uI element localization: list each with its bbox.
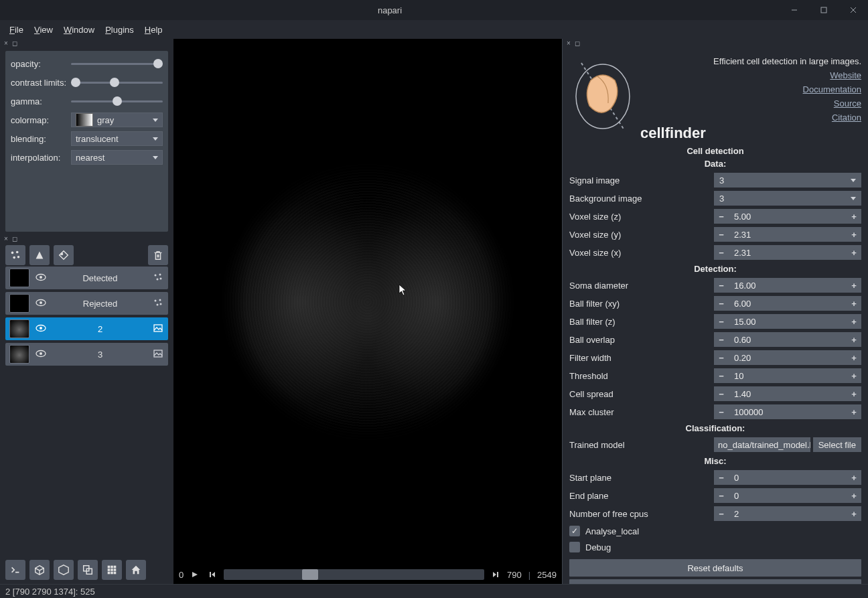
contrast-slider[interactable] — [71, 77, 163, 88]
maximize-button[interactable] — [809, 0, 839, 20]
layer-row-detected[interactable]: Detected — [5, 267, 168, 289]
minus-icon[interactable]: − — [714, 491, 729, 501]
blending-combo[interactable]: translucent — [71, 131, 163, 146]
plus-icon[interactable]: + — [847, 389, 861, 399]
roll-dims-button[interactable] — [29, 560, 50, 580]
plus-icon[interactable]: + — [847, 281, 861, 291]
home-button[interactable] — [126, 560, 146, 580]
ball-z-spin[interactable]: −15.00+ — [714, 314, 861, 329]
max-cluster-spin[interactable]: −100000+ — [714, 404, 861, 419]
plus-icon[interactable]: + — [847, 299, 861, 309]
dims-slider[interactable] — [224, 569, 484, 580]
link-documentation[interactable]: Documentation — [803, 84, 861, 94]
minus-icon[interactable]: − — [714, 248, 729, 258]
minus-icon[interactable]: − — [714, 335, 729, 345]
plus-icon[interactable]: + — [847, 212, 861, 222]
close-button[interactable] — [839, 0, 868, 20]
ball-xy-spin[interactable]: −6.00+ — [714, 296, 861, 311]
plus-icon[interactable]: + — [847, 353, 861, 363]
dock-close-icon[interactable]: × — [4, 40, 8, 47]
minus-icon[interactable]: − — [714, 281, 729, 291]
run-button[interactable]: Run — [569, 579, 861, 584]
svg-rect-32 — [114, 569, 117, 571]
transpose-button[interactable] — [54, 560, 74, 580]
dock-popout-icon[interactable]: ◻ — [12, 40, 17, 47]
plus-icon[interactable]: + — [847, 230, 861, 240]
menu-plugins[interactable]: Plugins — [101, 23, 138, 36]
minus-icon[interactable]: − — [714, 389, 729, 399]
link-citation[interactable]: Citation — [832, 113, 861, 123]
minus-icon[interactable]: − — [714, 299, 729, 309]
ndisplay-button[interactable] — [78, 560, 98, 580]
background-image-combo[interactable]: 3 — [714, 191, 861, 206]
model-path-input[interactable]: no_data/trained_model.h5 — [714, 437, 810, 452]
end-plane-spin[interactable]: −0+ — [714, 488, 861, 503]
plus-icon[interactable]: + — [847, 491, 861, 501]
grid-button[interactable] — [102, 560, 122, 580]
layer-row-rejected[interactable]: Rejected — [5, 292, 168, 315]
menu-file[interactable]: File — [5, 23, 27, 36]
signal-image-combo[interactable]: 3 — [714, 173, 861, 188]
delete-layer-button[interactable] — [148, 245, 168, 265]
step-back-button[interactable] — [206, 569, 218, 581]
link-source[interactable]: Source — [834, 98, 861, 108]
voxel-x-spin[interactable]: −2.31+ — [714, 245, 861, 260]
minus-icon[interactable]: − — [714, 473, 729, 483]
interpolation-combo[interactable]: nearest — [71, 150, 163, 165]
minus-icon[interactable]: − — [714, 317, 729, 327]
colormap-combo[interactable]: gray — [71, 113, 163, 127]
layer-row-3[interactable]: 3 — [5, 343, 168, 366]
threshold-spin[interactable]: −10+ — [714, 368, 861, 383]
plus-icon[interactable]: + — [847, 509, 861, 519]
plus-icon[interactable]: + — [847, 335, 861, 345]
select-file-button[interactable]: Select file — [813, 437, 861, 452]
plus-icon[interactable]: + — [847, 248, 861, 258]
visibility-icon[interactable] — [33, 324, 48, 334]
filter-width-spin[interactable]: −0.20+ — [714, 350, 861, 365]
minus-icon[interactable]: − — [714, 212, 729, 222]
start-plane-spin[interactable]: −0+ — [714, 470, 861, 485]
new-labels-button[interactable] — [54, 245, 74, 265]
link-website[interactable]: Website — [830, 70, 861, 80]
menu-window[interactable]: Window — [60, 23, 98, 36]
play-button[interactable] — [189, 569, 201, 581]
plus-icon[interactable]: + — [847, 407, 861, 417]
console-button[interactable] — [5, 560, 25, 580]
visibility-icon[interactable] — [33, 273, 48, 283]
new-points-button[interactable] — [5, 245, 25, 265]
minus-icon[interactable]: − — [714, 407, 729, 417]
cpus-spin[interactable]: −2+ — [714, 506, 861, 521]
plus-icon[interactable]: + — [847, 371, 861, 381]
minimize-button[interactable] — [780, 0, 809, 20]
dock-popout-icon[interactable]: ◻ — [12, 236, 17, 242]
debug-checkbox[interactable] — [569, 542, 580, 552]
visibility-icon[interactable] — [33, 350, 48, 360]
step-fwd-button[interactable] — [490, 569, 502, 581]
minus-icon[interactable]: − — [714, 371, 729, 381]
canvas[interactable] — [179, 44, 557, 560]
gamma-slider[interactable] — [71, 96, 163, 106]
signal-value: 3 — [719, 175, 724, 185]
dock-popout-icon[interactable]: ◻ — [575, 40, 580, 47]
voxel-z-spin[interactable]: −5.00+ — [714, 209, 861, 224]
visibility-icon[interactable] — [33, 299, 48, 309]
minus-icon[interactable]: − — [714, 353, 729, 363]
spread-spin[interactable]: −1.40+ — [714, 386, 861, 401]
minus-icon[interactable]: − — [714, 509, 729, 519]
voxel-y-spin[interactable]: −2.31+ — [714, 227, 861, 242]
soma-spin[interactable]: −16.00+ — [714, 278, 861, 293]
dock-close-icon[interactable]: × — [567, 40, 571, 47]
plus-icon[interactable]: + — [847, 317, 861, 327]
opacity-slider[interactable] — [71, 58, 163, 69]
analyse-local-checkbox[interactable] — [569, 526, 580, 536]
layer-row-2[interactable]: 2 — [5, 317, 168, 340]
reset-defaults-button[interactable]: Reset defaults — [569, 559, 861, 577]
menu-help[interactable]: Help — [141, 23, 167, 36]
menu-view[interactable]: View — [30, 23, 57, 36]
minus-icon[interactable]: − — [714, 230, 729, 240]
svg-rect-0 — [821, 7, 826, 13]
overlap-spin[interactable]: −0.60+ — [714, 332, 861, 347]
new-shapes-button[interactable] — [29, 245, 50, 265]
dock-close-icon[interactable]: × — [4, 236, 8, 242]
plus-icon[interactable]: + — [847, 473, 861, 483]
